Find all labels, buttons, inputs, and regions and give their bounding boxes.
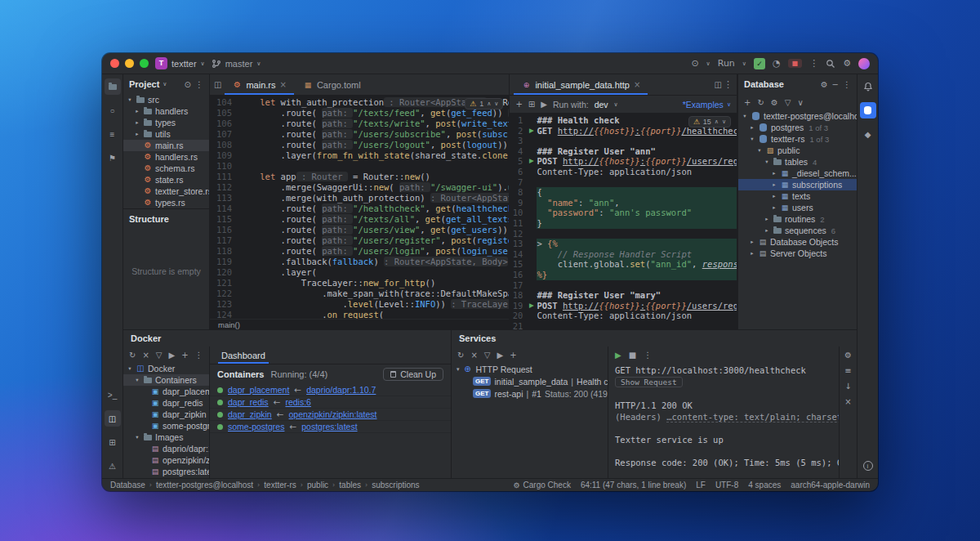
tree-item-daprio-dapr-1-10-[interactable]: ▤daprio/dapr:1.10...: [123, 443, 209, 454]
more-icon[interactable]: ⋮: [195, 351, 203, 360]
code-line[interactable]: 105 .route( path: "/texts/feed", get(get…: [210, 108, 509, 118]
code-line[interactable]: 10 "password": "ann's password": [510, 208, 737, 218]
add-request-icon[interactable]: +: [515, 100, 522, 109]
clear-icon[interactable]: ×: [844, 397, 851, 406]
code-line[interactable]: 4### Register User "ann": [510, 146, 737, 157]
tree-item--diesel-schem-[interactable]: ▸▦_diesel_schem...: [738, 168, 857, 179]
code-line[interactable]: 21: [510, 321, 737, 329]
code-line[interactable]: 112 .merge(SwaggerUi::new( path: "/swagg…: [210, 182, 509, 193]
code-line[interactable]: 116 .route( path: "/users/view", get(get…: [210, 225, 509, 235]
bookmarks-icon[interactable]: ⚑: [105, 150, 121, 166]
container-row[interactable]: dapr_placement←daprio/dapr:1.10.7: [210, 384, 451, 396]
code-line[interactable]: 118 .route( path: "/users/login", post(l…: [210, 246, 509, 257]
code-line[interactable]: 119 .fallback(fallback) : Router<AppStat…: [210, 257, 509, 267]
run-widget-icon[interactable]: ⊙: [691, 58, 698, 69]
code-line[interactable]: 7: [510, 177, 737, 188]
code-line[interactable]: 3: [510, 136, 737, 146]
tree-item-textter-rs[interactable]: ▾textter-rs1 of 3: [738, 133, 857, 145]
run-configuration[interactable]: Run: [718, 58, 735, 69]
chevron-icon[interactable]: ▸: [134, 108, 140, 114]
editor-layout-icon[interactable]: ◫: [214, 80, 221, 89]
locate-icon[interactable]: ⊙: [185, 80, 191, 89]
more-icon[interactable]: ⋮: [195, 80, 203, 89]
console-output[interactable]: GET http://localhost:3000/healthcheckSho…: [608, 363, 839, 478]
settings-gear-icon[interactable]: ⚙: [843, 58, 851, 69]
run-request-icon[interactable]: ▶: [526, 156, 537, 167]
status-item[interactable]: 4 spaces: [748, 481, 781, 490]
scroll-end-icon[interactable]: ↓: [844, 382, 851, 391]
code-line[interactable]: 109 .layer(from_fn_with_state(shared_sta…: [210, 150, 509, 161]
tree-item-main-rs[interactable]: ⚙main.rs: [123, 140, 209, 151]
more-icon[interactable]: ⋮: [644, 351, 652, 360]
refresh-icon[interactable]: ↻: [129, 351, 136, 360]
status-breadcrumb-item[interactable]: tables: [339, 481, 361, 490]
chevron-icon[interactable]: ▾: [127, 96, 133, 103]
container-row[interactable]: dapr_zipkin←openzipkin/zipkin:latest: [210, 409, 451, 421]
tree-item-dapr-redis[interactable]: ▣dapr_redis: [123, 397, 209, 409]
more-icon[interactable]: ⋮: [724, 79, 733, 90]
more-icon[interactable]: ⋮: [843, 80, 851, 89]
code-line[interactable]: 106 .route( path: "/texts/write", post(w…: [210, 118, 509, 129]
code-line[interactable]: 15 client.global.set("ann_id", response.…: [510, 259, 737, 270]
ai-assistant-icon[interactable]: ◆: [860, 126, 876, 142]
code-line[interactable]: 16%}: [510, 270, 737, 280]
code-line[interactable]: 120 .layer(: [210, 267, 509, 278]
status-breadcrumb-item[interactable]: public: [307, 481, 328, 490]
run-all-icon[interactable]: ▶: [541, 100, 547, 109]
chevron-icon[interactable]: ▸: [771, 204, 777, 211]
chevron-icon[interactable]: ▸: [771, 170, 777, 177]
chevron-icon[interactable]: ▾: [749, 136, 755, 142]
code-line[interactable]: 20Content-Type: application/json: [510, 311, 737, 321]
image-name-link[interactable]: openzipkin/zipkin:latest: [289, 409, 377, 419]
chevron-icon[interactable]: ▾: [764, 159, 770, 165]
chevron-icon[interactable]: ▸: [134, 119, 140, 126]
code-line[interactable]: 8{: [510, 187, 737, 198]
editor-breadcrumbs[interactable]: main(): [210, 319, 509, 329]
code-line[interactable]: 114 .route( path: "/healthcheck", get(he…: [210, 203, 509, 214]
show-request-button[interactable]: Show Request: [615, 377, 683, 387]
services-group-http-request[interactable]: ▾⊕HTTP Request: [452, 363, 608, 375]
profile-avatar[interactable]: [858, 58, 870, 69]
refresh-icon[interactable]: ↻: [457, 351, 464, 360]
chevron-icon[interactable]: ▾: [457, 366, 460, 373]
close-window-button[interactable]: [110, 59, 119, 68]
database-icon[interactable]: [860, 102, 876, 118]
tree-item-types[interactable]: ▸types: [123, 117, 209, 128]
tree-item-dapr-zipkin[interactable]: ▣dapr_zipkinhealthy: [123, 409, 209, 420]
code-line[interactable]: 18### Register User "mary": [510, 290, 737, 301]
code-line[interactable]: 108 .route( path: "/users/logout", post(…: [210, 140, 509, 150]
tab-cargo-toml[interactable]: ▦ Cargo.toml: [296, 74, 368, 95]
code-line[interactable]: 115 .route( path: "/texts/all", get(get_…: [210, 214, 509, 225]
code-editor-http[interactable]: ⚠ 15 ∧ ∨ 1### Health check2▶GET http://{…: [510, 114, 737, 329]
image-name-link[interactable]: postgres:latest: [301, 422, 357, 431]
code-line[interactable]: 121 TraceLayer::new_for_http(): [210, 278, 509, 288]
services-icon[interactable]: ⊞: [105, 434, 121, 450]
start-icon[interactable]: ▶: [168, 351, 175, 360]
add-icon[interactable]: +: [744, 98, 751, 107]
terminal-icon[interactable]: >_: [105, 387, 121, 403]
code-line[interactable]: 14 // Response Handler Script: [510, 249, 737, 260]
code-line[interactable]: 17: [510, 280, 737, 291]
container-name-link[interactable]: dapr_zipkin: [228, 409, 272, 419]
search-icon[interactable]: [826, 59, 835, 69]
chevron-icon[interactable]: ▸: [764, 216, 770, 222]
tree-item-schema-rs[interactable]: ⚙schema.rs: [123, 163, 209, 174]
chevron-icon[interactable]: ▸: [771, 193, 777, 199]
chevron-icon[interactable]: ▸: [749, 250, 755, 257]
code-editor-main-rs[interactable]: ⚠ 1 ∧ ∨ 104 let with_auth_protection : R…: [210, 96, 509, 319]
grid-icon[interactable]: ⊞: [528, 100, 535, 109]
add-icon[interactable]: +: [181, 351, 188, 360]
tree-item-texts[interactable]: ▸▦texts: [738, 190, 857, 202]
code-line[interactable]: 123 .level(Level::INFO)) : TraceLayer<..…: [210, 299, 509, 310]
tree-item-postgres[interactable]: ▸postgres1 of 3: [738, 122, 857, 133]
tree-item-server-objects[interactable]: ▸▤Server Objects: [738, 248, 857, 259]
minimize-icon[interactable]: −: [832, 80, 839, 89]
code-line[interactable]: 110: [210, 161, 509, 172]
status-item[interactable]: 64:11 (47 chars, 1 line break): [581, 481, 686, 490]
container-row[interactable]: dapr_redis←redis:6: [210, 396, 451, 409]
filter-icon[interactable]: ▽: [484, 351, 491, 360]
status-breadcrumb-item[interactable]: Database: [110, 481, 145, 490]
profiler-icon[interactable]: ◔: [773, 58, 781, 69]
tree-item-handlers[interactable]: ▸handlers: [123, 105, 209, 117]
service-request-row[interactable]: GETrest-api|#1Status: 200 (419 ms): [452, 387, 608, 400]
